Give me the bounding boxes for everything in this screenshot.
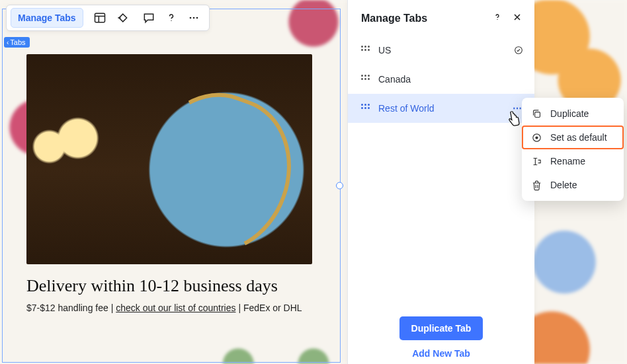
tab-row-canada[interactable]: Canada (348, 65, 534, 94)
more-icon[interactable] (183, 7, 205, 29)
drag-handle-icon[interactable] (361, 46, 370, 55)
comment-icon[interactable] (138, 7, 160, 29)
svg-point-3 (192, 17, 194, 19)
chevron-left-icon: ‹ (7, 39, 9, 46)
duplicate-tab-button[interactable]: Duplicate Tab (399, 316, 483, 340)
default-check-icon (513, 45, 524, 55)
manage-tabs-panel: Manage Tabs US Canada Rest of World (348, 0, 534, 364)
tab-label: US (378, 45, 391, 55)
animation-icon[interactable] (111, 7, 134, 29)
help-icon[interactable] (160, 7, 183, 29)
svg-rect-7 (535, 112, 540, 117)
drag-handle-icon[interactable] (361, 104, 370, 113)
globe-image (26, 54, 312, 264)
panel-title: Manage Tabs (361, 13, 427, 24)
close-icon[interactable] (512, 12, 522, 25)
menu-label: Delete (550, 180, 577, 190)
add-new-tab-button[interactable]: Add New Tab (412, 348, 470, 359)
element-type-tag[interactable]: ‹ Tabs (4, 37, 30, 48)
menu-delete[interactable]: Delete (522, 173, 624, 197)
panel-help-icon[interactable] (492, 12, 503, 25)
content-subtext: $7-$12 handling fee | check out our list… (26, 303, 312, 314)
tab-content-card: Delivery within 10-12 business days $7-$… (26, 54, 312, 314)
menu-label: Set as default (550, 132, 607, 143)
svg-rect-0 (95, 13, 104, 22)
tab-label: Canada (378, 74, 411, 85)
menu-duplicate[interactable]: Duplicate (522, 102, 624, 126)
fee-prefix: $7-$12 handling fee | (26, 303, 116, 313)
layout-icon[interactable] (89, 7, 111, 29)
menu-label: Duplicate (550, 108, 589, 119)
element-toolbar: Manage Tabs (6, 5, 210, 31)
svg-point-9 (535, 136, 538, 139)
panel-footer: Duplicate Tab Add New Tab (348, 307, 534, 364)
drag-handle-icon[interactable] (361, 75, 370, 84)
tab-context-menu: Duplicate Set as default Rename Delete (522, 98, 624, 201)
panel-header: Manage Tabs (348, 0, 534, 33)
svg-point-2 (189, 17, 191, 19)
svg-point-1 (171, 20, 171, 21)
tab-row-us[interactable]: US (348, 36, 534, 65)
countries-link[interactable]: check out our list of countries (116, 303, 235, 313)
svg-point-4 (196, 17, 198, 19)
menu-label: Rename (550, 156, 585, 166)
tab-label: Rest of World (378, 103, 435, 114)
content-heading: Delivery within 10-12 business days (26, 276, 312, 296)
manage-tabs-button[interactable]: Manage Tabs (11, 8, 83, 28)
tab-list: US Canada Rest of World ⋯ (348, 33, 534, 126)
fee-suffix: | FedEx or DHL (236, 303, 302, 313)
menu-rename[interactable]: Rename (522, 149, 624, 173)
element-type-label: Tabs (10, 38, 25, 46)
svg-point-5 (497, 19, 497, 20)
menu-set-as-default[interactable]: Set as default (522, 126, 624, 149)
tab-row-rest-of-world[interactable]: Rest of World ⋯ (348, 94, 534, 123)
